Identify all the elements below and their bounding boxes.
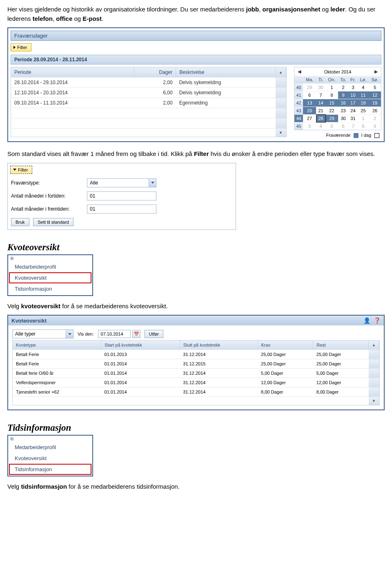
cal-day[interactable]: 6: [303, 91, 316, 99]
col-days[interactable]: Dager: [134, 67, 176, 78]
kvote-type-combo[interactable]: [12, 329, 74, 338]
cal-day[interactable]: 14: [316, 99, 325, 107]
triangle-right-icon: [13, 46, 16, 49]
cal-day[interactable]: 3: [348, 84, 357, 91]
calendar-icon[interactable]: 📅: [132, 330, 140, 338]
filter-past-label: Antall måneder i fortiden:: [11, 193, 87, 199]
col-kvotetype[interactable]: Kvotetype: [13, 340, 101, 350]
cal-day[interactable]: 31: [348, 115, 357, 122]
col-start[interactable]: Start på kvotetrekk: [101, 340, 180, 350]
cal-day[interactable]: 3: [303, 122, 316, 130]
cal-day[interactable]: 18: [358, 99, 369, 107]
cal-day[interactable]: 27: [303, 115, 316, 122]
cal-day[interactable]: 23: [338, 107, 348, 115]
cal-day[interactable]: 10: [348, 91, 357, 99]
cal-day[interactable]: 2: [338, 84, 348, 91]
filter-toggle-open[interactable]: Filter: [10, 166, 32, 174]
calendar: ◀ Oktober 2014 ▶ Ma.Ti.On.To.Fr.Lø.Sø.40…: [294, 67, 381, 130]
filter-panel: Filter Fraværstype: Antall måneder i for…: [7, 163, 236, 230]
cal-day[interactable]: 8: [358, 122, 369, 130]
cal-day[interactable]: 9: [369, 122, 381, 130]
col-rest[interactable]: Rest: [313, 340, 369, 350]
table-row: Betalt ferie O/60 år01.01.201431.12.2014…: [13, 369, 379, 378]
kvote-panel: Kvoteoversikt 👤 ❓ Vis den: 📅 Utfør Kvote…: [7, 315, 385, 410]
cal-day[interactable]: 30: [316, 84, 325, 91]
cal-day[interactable]: 29: [325, 115, 338, 122]
reset-button[interactable]: Sett til standard: [33, 218, 73, 226]
filter-type-input[interactable]: [87, 179, 149, 187]
cal-day[interactable]: 16: [338, 99, 348, 107]
kvote-heading: Kvoteoversikt: [7, 242, 385, 253]
col-end[interactable]: Slutt på kvotetrekk: [180, 340, 258, 350]
cal-day[interactable]: 11: [358, 91, 369, 99]
help-icon[interactable]: ❓: [374, 317, 381, 324]
dropdown-icon[interactable]: [66, 330, 73, 338]
menu-item-kvote[interactable]: Kvoteoversikt: [9, 453, 91, 464]
execute-button[interactable]: Utfør: [145, 330, 163, 338]
cal-day[interactable]: 26: [369, 107, 381, 115]
cal-day[interactable]: 20: [303, 107, 316, 115]
col-krav[interactable]: Krav: [258, 340, 313, 350]
cal-prev-icon[interactable]: ◀: [298, 69, 301, 74]
cal-day[interactable]: 21: [316, 107, 325, 115]
col-period[interactable]: Periode: [11, 67, 134, 78]
scroll-down-icon[interactable]: ▼: [279, 131, 283, 135]
apply-button[interactable]: Bruk: [11, 218, 29, 226]
cal-week: 453456789: [294, 122, 381, 130]
cal-day[interactable]: 9: [338, 91, 348, 99]
cal-day[interactable]: 15: [325, 99, 338, 107]
cal-day[interactable]: 12: [369, 91, 381, 99]
cal-day[interactable]: 4: [316, 122, 325, 130]
cal-day[interactable]: 8: [325, 91, 338, 99]
personalize-icon[interactable]: 👤: [363, 317, 370, 324]
cal-day[interactable]: 17: [348, 99, 357, 107]
absence-table: Periode Dager Beskrivelse ▲ 28.10.2014 -…: [11, 67, 287, 137]
cal-day[interactable]: 5: [369, 84, 381, 91]
cal-day[interactable]: 1: [325, 84, 338, 91]
scroll-up-icon[interactable]: ▲: [279, 70, 283, 74]
cal-day[interactable]: 5: [325, 122, 338, 130]
triangle-down-icon: [13, 169, 16, 171]
cal-day[interactable]: 30: [338, 115, 348, 122]
menu-item-kvote[interactable]: Kvoteoversikt: [9, 272, 91, 283]
cal-day[interactable]: 7: [348, 122, 357, 130]
legend-today-swatch: [374, 133, 379, 138]
menu-expand-icon[interactable]: ⊞: [9, 436, 91, 442]
cal-day[interactable]: 1: [358, 115, 369, 122]
cal-day[interactable]: 24: [348, 107, 357, 115]
filter-past-input[interactable]: [87, 191, 156, 200]
cal-day[interactable]: 4: [358, 84, 369, 91]
cal-day[interactable]: 28: [316, 115, 325, 122]
dropdown-icon[interactable]: [149, 179, 156, 187]
kvote-table: Kvotetype Start på kvotetrekk Slutt på k…: [12, 340, 380, 405]
scroll-down-icon[interactable]: ▼: [372, 399, 376, 403]
cal-day[interactable]: 19: [369, 99, 381, 107]
menu-expand-icon[interactable]: ⊞: [9, 256, 91, 261]
menu-item-tids[interactable]: Tidsinformasjon: [9, 283, 91, 294]
col-desc[interactable]: Beskrivelse: [176, 67, 276, 78]
cal-next-icon[interactable]: ▶: [374, 69, 378, 74]
cal-day[interactable]: 6: [338, 122, 348, 130]
cal-day[interactable]: 29: [303, 84, 316, 91]
filter-future-label: Antall måneder i fremtiden:: [11, 206, 87, 212]
table-row: Tjenestefri senior +6201.01.201431.12.20…: [13, 387, 379, 397]
filter-future-input[interactable]: [87, 205, 156, 214]
kvote-type-input[interactable]: [13, 330, 66, 338]
menu-item-tids[interactable]: Tidsinformasjon: [9, 464, 91, 475]
kvote-menu: ⊞ Medarbeiderprofil Kvoteoversikt Tidsin…: [7, 254, 93, 296]
cal-day[interactable]: 13: [303, 99, 316, 107]
menu-item-profile[interactable]: Medarbeiderprofil: [9, 261, 91, 272]
cal-day[interactable]: 7: [316, 91, 325, 99]
legend-absent-swatch: [354, 133, 359, 138]
menu-item-profile[interactable]: Medarbeiderprofil: [9, 442, 91, 453]
tids-desc: Velg tidsinformasjon for å se medarbeide…: [7, 482, 385, 492]
scroll-up-icon[interactable]: ▲: [372, 343, 376, 347]
cal-day[interactable]: 2: [369, 115, 381, 122]
table-row: Betalt Ferie01.01.201431.12.201525,00 Da…: [13, 359, 379, 369]
cal-week: 40293012345: [294, 84, 381, 91]
filter-type-combo[interactable]: [87, 178, 156, 187]
cal-day[interactable]: 22: [325, 107, 338, 115]
cal-day[interactable]: 25: [358, 107, 369, 115]
vis-date-input[interactable]: [98, 330, 131, 338]
filter-toggle-button[interactable]: Filter: [11, 43, 31, 51]
